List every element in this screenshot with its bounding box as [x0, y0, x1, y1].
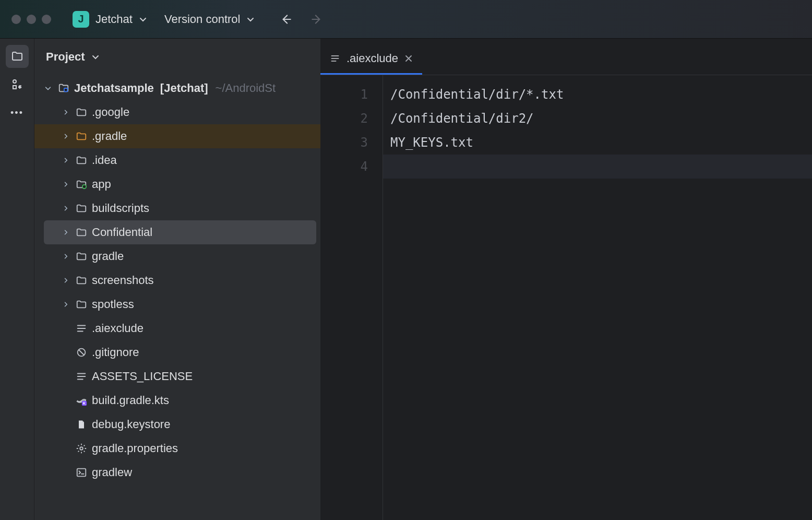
tree-item[interactable]: debug.keystore: [34, 412, 320, 436]
rail-structure-button[interactable]: [6, 73, 29, 96]
editor-tab[interactable]: .aiexclude: [320, 43, 422, 75]
gutter-line-number: 2: [320, 107, 368, 131]
folder-icon: [75, 298, 88, 311]
folder-icon: [75, 226, 88, 239]
chevron-right-icon[interactable]: [61, 109, 71, 115]
tree-item[interactable]: gradlew: [34, 460, 320, 484]
chevron-down-icon: [91, 53, 100, 61]
svg-rect-2: [64, 88, 67, 91]
nav-forward-button[interactable]: [306, 8, 328, 30]
tree-item[interactable]: Kbuild.gradle.kts: [34, 388, 320, 412]
tree-item-label: .aiexclude: [92, 322, 144, 335]
tree-item[interactable]: .google: [34, 100, 320, 124]
tree-root-bracket: [Jetchat]: [160, 81, 208, 95]
main-split: ••• Project Jetchatsample [Jetchat] ~/An…: [0, 39, 812, 520]
project-name-label: Jetchat: [95, 13, 133, 26]
project-selector[interactable]: J Jetchat: [73, 11, 147, 28]
chevron-right-icon[interactable]: [61, 253, 71, 259]
code-line[interactable]: /Confidential/dir2/: [390, 107, 812, 131]
tree-item[interactable]: screenshots: [34, 268, 320, 292]
version-control-label: Version control: [164, 13, 241, 26]
folder-icon: [75, 154, 88, 167]
gutter-line-number: 4: [320, 155, 368, 179]
tree-item-label: .gradle: [92, 129, 127, 143]
tree-item-label: .idea: [92, 153, 117, 167]
window-zoom-dot[interactable]: [42, 15, 51, 24]
tree-item[interactable]: .aiexclude: [34, 316, 320, 340]
tree-item-label: gradle.properties: [92, 442, 178, 455]
folder-icon: [11, 50, 23, 63]
tree-item-label: spotless: [92, 298, 134, 311]
chevron-right-icon[interactable]: [61, 277, 71, 283]
tree-root[interactable]: Jetchatsample [Jetchat] ~/AndroidSt: [34, 76, 320, 100]
tree-item[interactable]: ASSETS_LICENSE: [34, 364, 320, 388]
svg-point-7: [80, 447, 83, 450]
project-pane-title: Project: [46, 50, 85, 64]
folder-icon: [75, 106, 88, 119]
gradle-kts-icon: K: [75, 394, 88, 407]
tree-item[interactable]: spotless: [34, 292, 320, 316]
tree-item-label: .google: [92, 105, 129, 119]
editor-area: .aiexclude 1234 /Confidential/dir/*.txt/…: [320, 39, 812, 520]
code-line[interactable]: MY_KEYS.txt: [390, 131, 812, 155]
gutter-line-number: 1: [320, 82, 368, 107]
more-icon: •••: [10, 108, 23, 119]
folder-icon: [75, 274, 88, 287]
tree-root-name: Jetchatsample: [74, 81, 154, 95]
module-icon: [75, 178, 88, 191]
tree-item[interactable]: .gradle: [34, 124, 320, 148]
chevron-right-icon[interactable]: [61, 301, 71, 308]
tree-item[interactable]: .idea: [34, 148, 320, 172]
project-tree[interactable]: Jetchatsample [Jetchat] ~/AndroidSt .goo…: [34, 75, 320, 520]
text-icon: [75, 370, 88, 383]
chevron-right-icon[interactable]: [61, 181, 71, 187]
tree-item[interactable]: buildscripts: [34, 196, 320, 220]
svg-point-0: [13, 80, 16, 83]
text-file-icon: [330, 53, 340, 64]
tree-item[interactable]: Confidential: [44, 220, 316, 244]
editor-tab-filename: .aiexclude: [347, 52, 398, 65]
gutter-line-number: 3: [320, 131, 368, 155]
editor-text[interactable]: /Confidential/dir/*.txt/Confidential/dir…: [383, 75, 812, 520]
tree-item[interactable]: .gitignore: [34, 340, 320, 364]
editor-body[interactable]: 1234 /Confidential/dir/*.txt/Confidentia…: [320, 75, 812, 520]
editor-gutter: 1234: [320, 75, 383, 520]
folder-icon: [75, 250, 88, 263]
tree-root-path: ~/AndroidSt: [216, 81, 276, 95]
editor-tab-bar: .aiexclude: [320, 39, 812, 75]
rail-project-button[interactable]: [6, 45, 29, 68]
text-icon: [75, 322, 88, 335]
nav-back-button[interactable]: [275, 8, 297, 30]
ignore-icon: [75, 346, 88, 359]
tree-item[interactable]: gradle: [34, 244, 320, 268]
tree-item-label: app: [92, 178, 111, 191]
structure-icon: [11, 78, 23, 91]
chevron-right-icon[interactable]: [61, 229, 71, 235]
tree-item-label: build.gradle.kts: [92, 394, 169, 407]
svg-point-3: [82, 185, 86, 188]
window-close-dot[interactable]: [11, 15, 21, 24]
window-minimize-dot[interactable]: [27, 15, 36, 24]
version-control-menu[interactable]: Version control: [164, 13, 255, 26]
code-line[interactable]: /Confidential/dir/*.txt: [390, 82, 812, 107]
rail-more-button[interactable]: •••: [6, 101, 29, 124]
chevron-right-icon[interactable]: [61, 157, 71, 163]
tree-item-label: Confidential: [92, 226, 152, 239]
tree-item-label: buildscripts: [92, 202, 149, 215]
tree-item-label: ASSETS_LICENSE: [92, 370, 193, 383]
svg-rect-8: [77, 469, 86, 477]
code-line[interactable]: [390, 155, 812, 179]
tree-item-label: gradlew: [92, 466, 132, 479]
tree-item[interactable]: gradle.properties: [34, 436, 320, 460]
tree-item[interactable]: app: [34, 172, 320, 196]
chevron-right-icon[interactable]: [61, 133, 71, 139]
chevron-right-icon[interactable]: [61, 205, 71, 211]
tree-item-label: screenshots: [92, 274, 154, 287]
chevron-down-icon[interactable]: [43, 85, 53, 92]
chevron-down-icon: [139, 15, 147, 23]
file-icon: [75, 418, 88, 431]
close-icon[interactable]: [404, 54, 413, 63]
folder-icon: [75, 130, 88, 143]
tool-rail: •••: [0, 39, 34, 520]
project-pane-header[interactable]: Project: [34, 39, 320, 75]
